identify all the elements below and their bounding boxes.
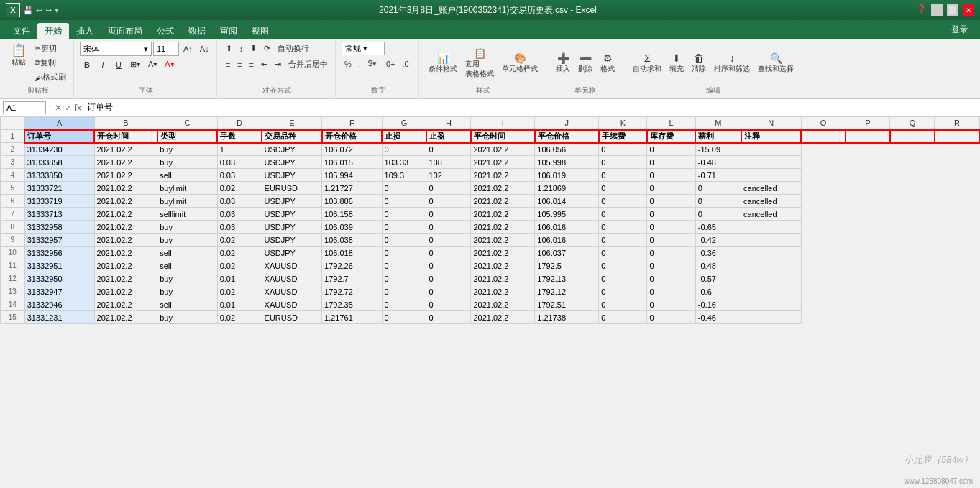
col-header-C[interactable]: C [157, 117, 217, 130]
autosum-button[interactable]: Σ 自动求和 [629, 50, 665, 76]
spreadsheet-cell[interactable]: 0 [382, 182, 426, 195]
confirm-formula-icon[interactable]: ✓ [65, 103, 72, 113]
spreadsheet-cell[interactable]: 2021.02.2 [471, 272, 535, 285]
table-format-button[interactable]: 📋 套用表格格式 [462, 45, 498, 81]
spreadsheet-cell[interactable]: 102 [426, 169, 471, 182]
spreadsheet-cell[interactable]: 2021.02.2 [471, 169, 535, 182]
spreadsheet-cell[interactable]: 0 [426, 247, 471, 259]
spreadsheet-cell[interactable]: 106.037 [535, 247, 599, 259]
spreadsheet-cell[interactable]: buy [157, 143, 217, 156]
spreadsheet-cell[interactable]: 0 [426, 259, 471, 272]
tab-insert[interactable]: 插入 [69, 23, 101, 39]
cell-D1[interactable]: 手数 [217, 130, 262, 143]
spreadsheet-cell[interactable]: buy [157, 285, 217, 298]
spreadsheet-cell[interactable]: 1792.5 [535, 259, 599, 272]
spreadsheet-cell[interactable]: 0.01 [217, 298, 262, 311]
spreadsheet-cell[interactable]: 0.02 [217, 234, 262, 247]
spreadsheet-cell[interactable]: USDJPY [262, 195, 321, 208]
spreadsheet-cell[interactable]: 106.018 [322, 247, 382, 259]
spreadsheet-cell[interactable]: 0 [647, 208, 695, 221]
spreadsheet-cell[interactable]: 106.056 [535, 143, 599, 156]
spreadsheet-cell[interactable]: 0 [599, 195, 647, 208]
spreadsheet-cell[interactable]: 31332946 [24, 298, 94, 311]
spreadsheet-cell[interactable]: 106.014 [535, 195, 599, 208]
fill-color-button[interactable]: A▾ [145, 58, 160, 70]
spreadsheet-cell[interactable]: 0 [599, 221, 647, 234]
spreadsheet-cell[interactable]: buylimit [157, 182, 217, 195]
spreadsheet-cell[interactable]: buy [157, 156, 217, 169]
spreadsheet-cell[interactable]: 2021.02.2 [471, 298, 535, 311]
spreadsheet-cell[interactable]: 1792.7 [322, 272, 382, 285]
spreadsheet-cell[interactable]: -0.48 [695, 259, 741, 272]
find-select-button[interactable]: 🔍 查找和选择 [754, 50, 797, 76]
spreadsheet-cell[interactable]: 2021.02.2 [94, 272, 157, 285]
spreadsheet-cell[interactable]: 31334230 [24, 143, 94, 156]
spreadsheet-cell[interactable]: 1792.26 [322, 259, 382, 272]
spreadsheet-cell[interactable]: 0.02 [217, 311, 262, 324]
italic-button[interactable]: I [96, 59, 110, 70]
formula-input[interactable] [84, 103, 977, 113]
spreadsheet-cell[interactable]: EURUSD [262, 182, 321, 195]
percent-button[interactable]: % [342, 57, 354, 70]
spreadsheet-cell[interactable]: 0 [599, 311, 647, 324]
spreadsheet-cell[interactable]: 0 [599, 143, 647, 156]
delete-cells-button[interactable]: ➖ 删除 [574, 50, 596, 76]
spreadsheet-cell[interactable]: 31333721 [24, 182, 94, 195]
spreadsheet-cell[interactable]: 1792.13 [535, 272, 599, 285]
spreadsheet-cell[interactable]: 0 [426, 221, 471, 234]
spreadsheet-cell[interactable]: 2021.02.2 [471, 285, 535, 298]
format-cells-button[interactable]: ⚙ 格式 [597, 50, 618, 76]
spreadsheet-cell[interactable]: 103.886 [322, 195, 382, 208]
spreadsheet-cell[interactable]: 0 [695, 182, 741, 195]
spreadsheet-cell[interactable]: 0 [647, 298, 695, 311]
cell-I1[interactable]: 平仓时间 [471, 130, 535, 143]
spreadsheet-cell[interactable]: 0 [599, 272, 647, 285]
close-button[interactable]: ✕ [963, 4, 974, 16]
minimize-button[interactable]: — [931, 4, 943, 16]
font-size-selector[interactable]: 11 [153, 42, 179, 56]
spreadsheet-cell[interactable]: 1.21761 [322, 311, 382, 324]
cell-P1[interactable] [846, 130, 890, 143]
spreadsheet-cell[interactable] [741, 221, 801, 234]
spreadsheet-cell[interactable]: 106.072 [322, 143, 382, 156]
spreadsheet-cell[interactable]: 0 [599, 169, 647, 182]
spreadsheet-cell[interactable]: 2021.02.2 [94, 208, 157, 221]
spreadsheet-cell[interactable]: -0.71 [695, 169, 741, 182]
spreadsheet-cell[interactable]: 2021.02.2 [94, 195, 157, 208]
col-header-M[interactable]: M [695, 117, 741, 130]
spreadsheet-cell[interactable]: 31333858 [24, 156, 94, 169]
restore-button[interactable]: ⬜ [947, 4, 958, 16]
spreadsheet-cell[interactable]: 31332958 [24, 221, 94, 234]
spreadsheet-cell[interactable]: 1 [217, 143, 262, 156]
spreadsheet-cell[interactable]: cancelled [741, 208, 801, 221]
spreadsheet-cell[interactable]: 1792.51 [535, 298, 599, 311]
spreadsheet-cell[interactable] [741, 143, 801, 156]
spreadsheet-cell[interactable]: 0 [599, 247, 647, 259]
spreadsheet-cell[interactable]: -0.42 [695, 234, 741, 247]
col-header-E[interactable]: E [262, 117, 321, 130]
spreadsheet-cell[interactable]: 0 [426, 285, 471, 298]
spreadsheet-cell[interactable]: 2021.02.2 [94, 259, 157, 272]
spreadsheet-cell[interactable]: 0 [426, 234, 471, 247]
spreadsheet-cell[interactable]: 2021.02.2 [471, 259, 535, 272]
spreadsheet-cell[interactable]: 1.21738 [535, 311, 599, 324]
spreadsheet-cell[interactable]: buy [157, 311, 217, 324]
spreadsheet-cell[interactable]: 106.039 [322, 221, 382, 234]
spreadsheet-cell[interactable]: 0 [647, 272, 695, 285]
cell-F1[interactable]: 开仓价格 [322, 130, 382, 143]
spreadsheet-cell[interactable]: -0.6 [695, 285, 741, 298]
spreadsheet-cell[interactable]: USDJPY [262, 247, 321, 259]
cell-A1[interactable]: 订单号 [24, 130, 94, 143]
align-left-button[interactable]: ≡ [223, 57, 233, 71]
cell-M1[interactable]: 获利 [695, 130, 741, 143]
spreadsheet-cell[interactable] [741, 285, 801, 298]
cell-B1[interactable]: 开仓时间 [94, 130, 157, 143]
spreadsheet-cell[interactable]: 0 [382, 311, 426, 324]
spreadsheet-cell[interactable]: 2021.02.2 [94, 234, 157, 247]
spreadsheet-cell[interactable]: 31333719 [24, 195, 94, 208]
spreadsheet-cell[interactable] [741, 311, 801, 324]
spreadsheet-cell[interactable]: 0 [426, 182, 471, 195]
spreadsheet-cell[interactable] [741, 247, 801, 259]
currency-button[interactable]: $▾ [365, 57, 380, 70]
col-header-Q[interactable]: Q [890, 117, 935, 130]
